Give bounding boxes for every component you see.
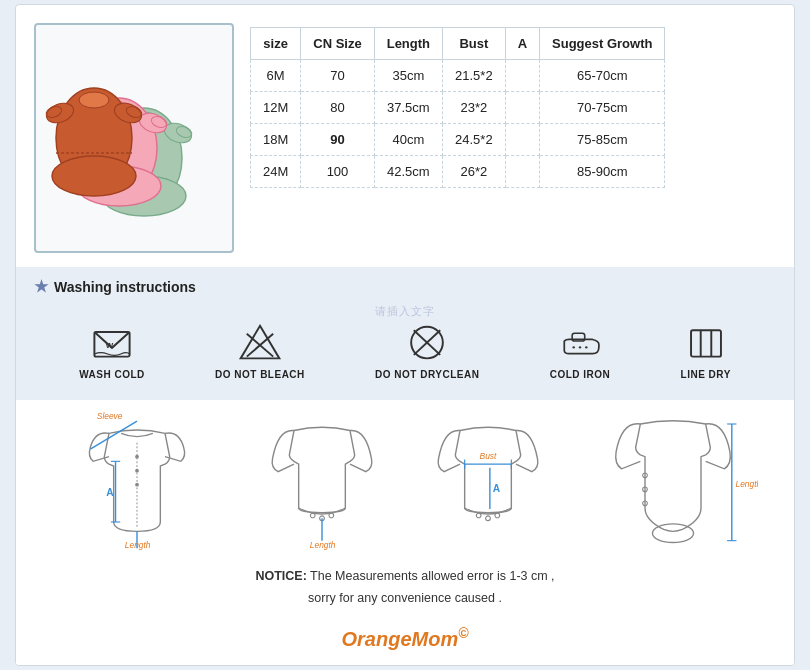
svg-point-16 <box>79 92 109 108</box>
size-cell: 70 <box>301 60 374 92</box>
cold-iron-icon <box>558 323 602 363</box>
svg-text:A: A <box>106 487 114 498</box>
col-header-a: A <box>505 28 539 60</box>
diagram-section: Sleeve A Length <box>16 400 794 560</box>
line-dry-label: LINE DRY <box>681 369 731 380</box>
svg-text:A: A <box>492 484 500 495</box>
size-cell: 80 <box>301 92 374 124</box>
notice-section: NOTICE: The Measurements allowed error i… <box>16 560 794 619</box>
svg-point-32 <box>579 347 581 349</box>
svg-point-49 <box>311 514 316 519</box>
brand-registered: © <box>458 625 468 641</box>
svg-point-31 <box>573 347 575 349</box>
wash-cold-label: WASH COLD <box>79 369 145 380</box>
diagram-3: Bust A <box>423 410 553 550</box>
wash-cold-icon: W <box>90 323 134 363</box>
diagram-1-svg: Sleeve A Length <box>52 410 222 550</box>
svg-text:Sleeve: Sleeve <box>97 412 123 422</box>
svg-point-55 <box>485 516 490 521</box>
svg-text:Length: Length <box>736 479 758 489</box>
size-cell <box>505 92 539 124</box>
size-table-container: size CN Size Length Bust A Suggest Growt… <box>250 23 776 253</box>
washing-title: ★ Washing instructions <box>34 277 776 296</box>
cold-iron-label: COLD IRON <box>550 369 611 380</box>
product-card: size CN Size Length Bust A Suggest Growt… <box>15 4 795 665</box>
size-cell: 65-70cm <box>540 60 665 92</box>
col-header-bust: Bust <box>443 28 506 60</box>
no-dryclean-icon <box>405 323 449 363</box>
size-cell <box>505 124 539 156</box>
washing-section: ★ Washing instructions 请插入文字 W WASH COLD <box>16 267 794 400</box>
washing-title-label: Washing instructions <box>54 279 196 295</box>
diagram-2-svg: Length <box>257 410 387 550</box>
svg-point-54 <box>476 514 481 519</box>
no-bleach-label: DO NOT BLEACH <box>215 369 305 380</box>
star-icon: ★ <box>34 277 48 296</box>
cold-iron-item: COLD IRON <box>550 323 611 380</box>
no-dryclean-item: DO NOT DRYCLEAN <box>375 323 479 380</box>
svg-point-40 <box>135 483 139 487</box>
col-header-length: Length <box>374 28 442 60</box>
size-cell: 21.5*2 <box>443 60 506 92</box>
watermark: 请插入文字 <box>34 304 776 319</box>
no-dryclean-label: DO NOT DRYCLEAN <box>375 369 479 380</box>
line-dry-item: LINE DRY <box>681 323 731 380</box>
brand-text: OrangeMom <box>341 628 458 650</box>
col-header-growth: Suggest Growth <box>540 28 665 60</box>
svg-text:Length: Length <box>310 541 336 551</box>
size-cell: 100 <box>301 156 374 188</box>
size-cell: 12M <box>251 92 301 124</box>
diagram-4: Length <box>588 410 758 550</box>
line-dry-icon <box>684 323 728 363</box>
svg-point-15 <box>52 156 136 196</box>
size-cell <box>505 156 539 188</box>
svg-text:W: W <box>106 341 114 350</box>
svg-point-39 <box>135 469 139 473</box>
svg-point-33 <box>585 347 587 349</box>
svg-text:Length: Length <box>125 541 151 551</box>
size-cell: 40cm <box>374 124 442 156</box>
notice-prefix: NOTICE: <box>255 569 306 583</box>
svg-point-63 <box>653 524 694 543</box>
svg-point-51 <box>329 514 334 519</box>
svg-rect-34 <box>691 331 721 357</box>
wash-cold-item: W WASH COLD <box>79 323 145 380</box>
diagram-2: Length <box>257 410 387 550</box>
size-cell: 90 <box>301 124 374 156</box>
diagram-4-svg: Length <box>588 410 758 550</box>
col-header-cn: CN Size <box>301 28 374 60</box>
notice-text1: The Measurements allowed error is 1-3 cm… <box>310 569 555 583</box>
size-cell: 70-75cm <box>540 92 665 124</box>
no-bleach-item: DO NOT BLEACH <box>215 323 305 380</box>
size-cell: 24.5*2 <box>443 124 506 156</box>
size-cell: 42.5cm <box>374 156 442 188</box>
diagram-1: Sleeve A Length <box>52 410 222 550</box>
size-cell: 6M <box>251 60 301 92</box>
size-cell <box>505 60 539 92</box>
size-cell: 23*2 <box>443 92 506 124</box>
svg-point-38 <box>135 455 139 459</box>
size-cell: 85-90cm <box>540 156 665 188</box>
no-bleach-icon <box>238 323 282 363</box>
diagram-3-svg: Bust A <box>423 410 553 550</box>
brand-section: OrangeMom© <box>16 619 794 665</box>
size-cell: 24M <box>251 156 301 188</box>
col-header-size: size <box>251 28 301 60</box>
notice-line2: sorry for any convenience caused . <box>34 588 776 609</box>
top-section: size CN Size Length Bust A Suggest Growt… <box>16 5 794 267</box>
wash-icons-row: W WASH COLD DO NOT BLEACH <box>34 323 776 380</box>
size-cell: 18M <box>251 124 301 156</box>
size-table: size CN Size Length Bust A Suggest Growt… <box>250 27 665 188</box>
brand-name: OrangeMom© <box>34 625 776 651</box>
svg-text:Bust: Bust <box>479 451 496 461</box>
size-cell: 35cm <box>374 60 442 92</box>
product-image <box>34 23 234 253</box>
svg-point-56 <box>495 514 500 519</box>
size-cell: 37.5cm <box>374 92 442 124</box>
svg-marker-24 <box>241 326 280 359</box>
notice-line1: NOTICE: The Measurements allowed error i… <box>34 566 776 587</box>
size-cell: 75-85cm <box>540 124 665 156</box>
size-cell: 26*2 <box>443 156 506 188</box>
